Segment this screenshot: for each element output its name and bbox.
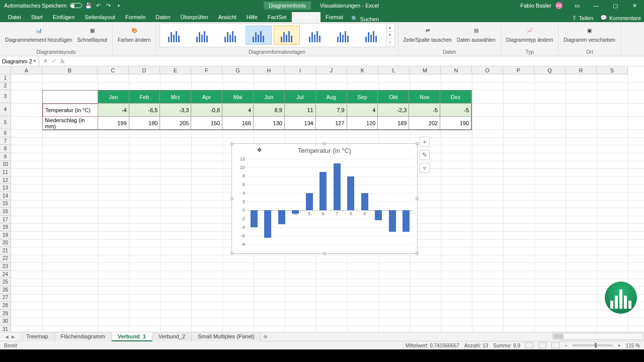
row-header[interactable]: 8 — [0, 145, 11, 153]
chart-bar[interactable] — [278, 210, 285, 224]
table-cell[interactable]: 134 — [285, 117, 316, 130]
spreadsheet-grid[interactable]: ABCDEFGHIJKLMNOPQRS 12345678910111213141… — [0, 66, 644, 332]
row-header[interactable]: 6 — [0, 129, 11, 137]
row-header[interactable]: 20 — [0, 239, 11, 247]
row-header[interactable]: 7 — [0, 137, 11, 145]
table-cell[interactable]: -6,5 — [129, 104, 160, 117]
chart-bar[interactable] — [403, 210, 410, 232]
sheet-nav-prev-icon[interactable]: ◀ — [5, 334, 9, 339]
column-header[interactable]: G — [222, 66, 254, 74]
row-header[interactable]: 26 — [0, 286, 11, 294]
zoom-slider[interactable] — [573, 344, 613, 346]
row-header[interactable]: 4 — [0, 103, 11, 116]
table-header[interactable]: Jan — [98, 90, 129, 104]
table-header[interactable]: Mrz — [160, 90, 191, 104]
page-break-view-button[interactable] — [551, 342, 559, 348]
row-header[interactable]: 15 — [0, 200, 11, 208]
chart-bar[interactable] — [334, 163, 341, 211]
row-header[interactable]: 11 — [0, 168, 11, 176]
table-cell[interactable]: -5 — [409, 104, 440, 117]
column-header[interactable]: A — [11, 66, 42, 74]
row-header[interactable]: 14 — [0, 192, 11, 200]
chevron-down-icon[interactable]: ▼ — [33, 59, 37, 63]
table-cell[interactable]: 199 — [98, 117, 129, 130]
embedded-chart[interactable]: Temperatur (in °C)✥121086420-2-4-6-84567… — [231, 143, 418, 254]
chart-filters-button[interactable]: ▿ — [420, 163, 430, 173]
tab-seitenlayout[interactable]: Seitenlayout — [79, 12, 120, 22]
table-header[interactable]: Dez — [440, 90, 471, 104]
row-header[interactable]: 24 — [0, 270, 11, 279]
table-cell[interactable]: -3,3 — [160, 104, 191, 117]
save-icon[interactable]: 💾 — [85, 2, 92, 9]
gallery-scroll[interactable]: ▴▾▿ — [386, 24, 393, 46]
resize-handle[interactable] — [323, 142, 326, 145]
name-box[interactable]: Diagramm 2▼ — [0, 56, 39, 66]
column-header[interactable]: I — [285, 66, 316, 74]
row-header[interactable]: 23 — [0, 262, 11, 270]
column-header[interactable]: E — [160, 66, 191, 74]
table-cell[interactable]: 127 — [316, 117, 347, 130]
chart-bar[interactable] — [319, 172, 327, 210]
tab-entwurf[interactable]: Entwurf — [292, 12, 320, 22]
zoom-in-button[interactable]: + — [618, 343, 621, 348]
normal-view-button[interactable] — [525, 342, 533, 348]
tell-me[interactable]: Suchen — [360, 16, 379, 22]
row-header[interactable]: 25 — [0, 278, 11, 286]
undo-icon[interactable]: ↶ — [95, 2, 102, 9]
chart-styles-button[interactable]: ✎ — [420, 150, 430, 160]
chart-styles-gallery[interactable]: ▴▾▿ — [159, 23, 395, 47]
column-header[interactable]: O — [472, 66, 503, 74]
zoom-level[interactable]: 115 % — [626, 343, 640, 348]
tab-daten[interactable]: Daten — [150, 12, 175, 22]
table-cell[interactable]: -2,3 — [378, 104, 409, 117]
table-cell[interactable]: 4 — [222, 104, 254, 117]
column-header[interactable]: J — [316, 66, 347, 74]
table-header[interactable]: Apr — [191, 90, 222, 104]
chart-bar[interactable] — [389, 210, 396, 232]
table-cell[interactable]: 130 — [254, 117, 285, 130]
tab-start[interactable]: Start — [26, 12, 48, 22]
column-header[interactable]: K — [347, 66, 378, 74]
table-cell[interactable]: 8,9 — [254, 104, 285, 117]
share-button[interactable]: ⇧Teilen — [572, 15, 593, 21]
row-header[interactable]: 29 — [0, 310, 11, 318]
user-name[interactable]: Fabio Basler — [520, 3, 551, 9]
row-header[interactable]: 5 — [0, 116, 11, 129]
avatar[interactable]: FB — [555, 2, 562, 9]
tab-einfuegen[interactable]: Einfügen — [48, 12, 79, 22]
row-label-temp[interactable]: Temperatur (in °C) — [43, 104, 98, 117]
resize-handle[interactable] — [416, 142, 419, 145]
fx-icon[interactable]: fx — [60, 58, 65, 64]
column-header[interactable]: N — [441, 66, 472, 74]
table-cell[interactable]: -5 — [440, 104, 471, 117]
resize-handle[interactable] — [323, 252, 326, 255]
table-cell[interactable]: 180 — [129, 117, 160, 130]
autosave-toggle[interactable]: Automatisches Speichern — [4, 3, 82, 9]
row-header[interactable]: 9 — [0, 153, 11, 161]
chart-bar[interactable] — [375, 210, 382, 220]
tab-ueberpruefen[interactable]: Überprüfen — [176, 12, 213, 22]
column-header[interactable]: H — [254, 66, 285, 74]
row-header[interactable]: 28 — [0, 302, 11, 310]
chart-bar[interactable] — [306, 193, 313, 210]
table-cell[interactable]: 4 — [347, 104, 378, 117]
resize-handle[interactable] — [230, 197, 233, 200]
change-colors-button[interactable]: 🎨 Farben ändern — [116, 23, 153, 44]
table-header[interactable]: Feb — [129, 90, 160, 104]
column-header[interactable]: Q — [534, 66, 566, 74]
chart-elements-button[interactable]: ＋ — [420, 137, 430, 147]
switch-row-col-button[interactable]: ⇄ Zeile/Spalte tauschen — [401, 23, 454, 44]
select-data-button[interactable]: ▤ Daten auswählen — [455, 23, 498, 44]
chart-bar[interactable] — [347, 176, 354, 210]
minimize-icon[interactable]: — — [588, 0, 605, 11]
tab-format[interactable]: Format — [320, 12, 348, 22]
column-header[interactable]: L — [378, 66, 410, 74]
formula-input[interactable] — [69, 56, 644, 66]
table-cell[interactable]: 190 — [440, 117, 471, 130]
row-header[interactable]: 12 — [0, 176, 11, 185]
table-cell[interactable]: 120 — [347, 117, 378, 130]
table-header[interactable]: Okt — [378, 90, 409, 104]
table-cell[interactable]: 150 — [191, 117, 222, 130]
row-header[interactable]: 30 — [0, 317, 11, 325]
resize-handle[interactable] — [416, 252, 419, 255]
